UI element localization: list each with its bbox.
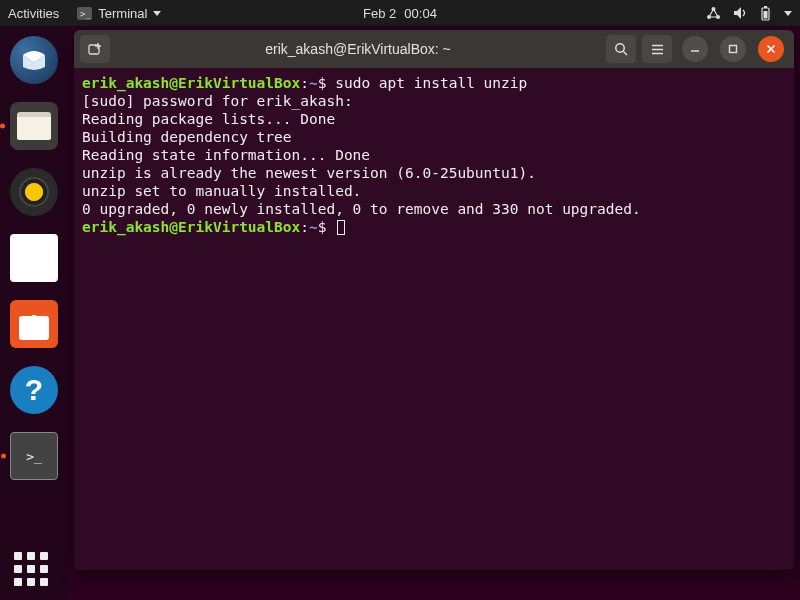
menu-button[interactable] xyxy=(642,35,672,63)
maximize-icon xyxy=(727,43,739,55)
dock-ubuntu-software[interactable] xyxy=(10,300,58,348)
dock-thunderbird[interactable] xyxy=(10,36,58,84)
cursor xyxy=(337,220,345,235)
status-area[interactable] xyxy=(706,6,792,21)
terminal-icon: >_ xyxy=(20,445,48,468)
folder-icon xyxy=(17,112,51,140)
app-menu-label: Terminal xyxy=(98,6,147,21)
close-button[interactable] xyxy=(758,36,784,62)
output-line: 0 upgraded, 0 newly installed, 0 to remo… xyxy=(82,201,641,217)
activities-button[interactable]: Activities xyxy=(8,6,59,21)
dock-terminal[interactable]: >_ xyxy=(10,432,58,480)
maximize-button[interactable] xyxy=(720,36,746,62)
new-tab-icon xyxy=(87,41,103,57)
window-title: erik_akash@ErikVirtualBox: ~ xyxy=(116,41,600,57)
svg-line-10 xyxy=(623,51,627,55)
dock-files[interactable] xyxy=(10,102,58,150)
terminal-body[interactable]: erik_akash@ErikVirtualBox:~$ sudo apt in… xyxy=(74,68,794,570)
search-icon xyxy=(614,42,629,57)
minimize-icon xyxy=(689,43,701,55)
network-icon xyxy=(706,6,721,20)
prompt-path: ~ xyxy=(309,219,318,235)
prompt-path: ~ xyxy=(309,75,318,91)
time-label: 00:04 xyxy=(404,6,437,21)
date-label: Feb 2 xyxy=(363,6,396,21)
battery-icon xyxy=(759,6,772,21)
shopping-bag-icon xyxy=(19,316,49,340)
terminal-window: erik_akash@ErikVirtualBox: ~ erik_akash@… xyxy=(74,30,794,570)
help-icon: ? xyxy=(25,373,43,407)
title-bar[interactable]: erik_akash@ErikVirtualBox: ~ xyxy=(74,30,794,68)
prompt-user: erik_akash@ErikVirtualBox xyxy=(82,219,300,235)
thunderbird-icon xyxy=(19,45,49,75)
svg-point-9 xyxy=(615,43,623,51)
output-line: Reading package lists... Done xyxy=(82,111,335,127)
svg-rect-6 xyxy=(764,6,767,8)
command-text: sudo apt install unzip xyxy=(335,75,527,91)
new-tab-button[interactable] xyxy=(80,35,110,63)
search-button[interactable] xyxy=(606,35,636,63)
svg-rect-15 xyxy=(730,46,737,53)
output-line: unzip is already the newest version (6.0… xyxy=(82,165,536,181)
prompt-user: erik_akash@ErikVirtualBox xyxy=(82,75,300,91)
volume-icon xyxy=(733,6,747,20)
terminal-small-icon: >_ xyxy=(77,7,92,20)
dock-rhythmbox[interactable] xyxy=(10,168,58,216)
dock-help[interactable]: ? xyxy=(10,366,58,414)
top-bar-left: Activities >_ Terminal xyxy=(8,6,161,21)
hamburger-icon xyxy=(650,42,665,57)
output-line: Reading state information... Done xyxy=(82,147,370,163)
close-icon xyxy=(765,43,777,55)
show-applications-button[interactable] xyxy=(14,552,48,586)
chevron-down-icon xyxy=(784,11,792,16)
dock: ? >_ xyxy=(0,26,68,600)
minimize-button[interactable] xyxy=(682,36,708,62)
output-line: Building dependency tree xyxy=(82,129,292,145)
app-menu[interactable]: >_ Terminal xyxy=(77,6,161,21)
dock-libreoffice-writer[interactable] xyxy=(10,234,58,282)
output-line: unzip set to manually installed. xyxy=(82,183,361,199)
svg-rect-7 xyxy=(764,11,768,19)
speaker-icon xyxy=(19,177,49,207)
top-bar: Activities >_ Terminal Feb 2 00:04 xyxy=(0,0,800,26)
chevron-down-icon xyxy=(153,11,161,16)
output-line: [sudo] password for erik_akash: xyxy=(82,93,353,109)
clock[interactable]: Feb 2 00:04 xyxy=(363,6,437,21)
svg-text:>_: >_ xyxy=(80,9,91,19)
window-controls xyxy=(682,36,784,62)
